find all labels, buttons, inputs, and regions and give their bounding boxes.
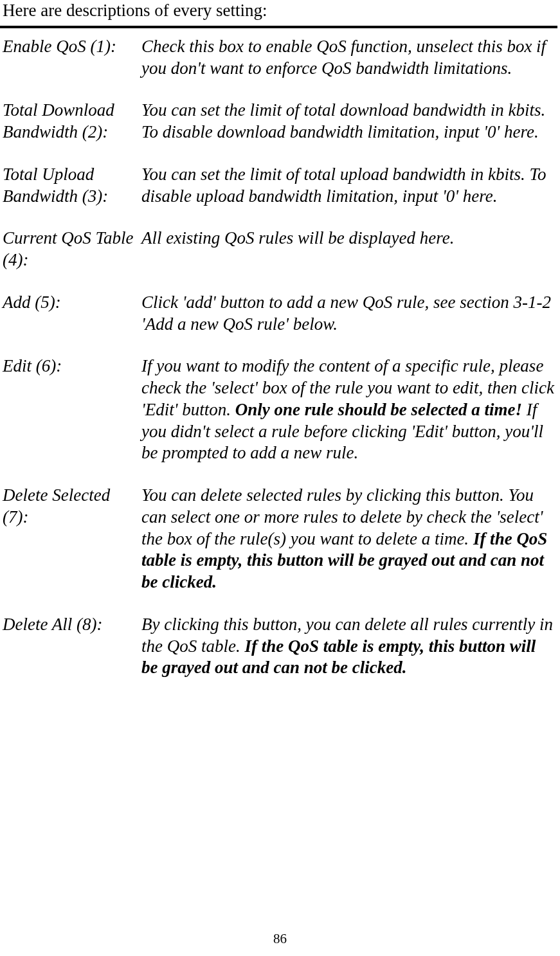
page-number: 86 — [0, 931, 560, 947]
desc-text: Click 'add' button to add a new QoS rule… — [141, 293, 551, 334]
definition-description: If you want to modify the content of a s… — [141, 356, 557, 464]
definition-row: Add (5): Click 'add' button to add a new… — [0, 292, 557, 336]
definition-row: Total Upload Bandwidth (3): You can set … — [0, 164, 557, 208]
desc-bold: Only one rule should be selected a time! — [235, 400, 522, 419]
definitions-list: Enable QoS (1): Check this box to enable… — [0, 36, 557, 679]
definition-description: You can delete selected rules by clickin… — [141, 485, 557, 593]
definition-description: Click 'add' button to add a new QoS rule… — [141, 292, 557, 336]
definition-row: Delete Selected (7): You can delete sele… — [0, 485, 557, 593]
definition-row: Enable QoS (1): Check this box to enable… — [0, 36, 557, 80]
desc-text: You can set the limit of total download … — [141, 100, 545, 141]
horizontal-rule — [0, 26, 557, 28]
definition-row: Delete All (8): By clicking this button,… — [0, 614, 557, 679]
definition-description: All existing QoS rules will be displayed… — [141, 228, 557, 271]
definition-term: Delete All (8): — [0, 614, 141, 679]
definition-row: Total Download Bandwidth (2): You can se… — [0, 100, 557, 143]
definition-description: You can set the limit of total upload ba… — [141, 164, 557, 208]
intro-text: Here are descriptions of every setting: — [0, 0, 557, 22]
desc-text: Check this box to enable QoS function, u… — [141, 37, 546, 78]
definition-row: Current QoS Table (4): All existing QoS … — [0, 228, 557, 271]
definition-description: You can set the limit of total download … — [141, 100, 557, 143]
definition-term: Enable QoS (1): — [0, 36, 141, 80]
definition-term: Total Upload Bandwidth (3): — [0, 164, 141, 208]
definition-term: Edit (6): — [0, 356, 141, 464]
definition-description: By clicking this button, you can delete … — [141, 614, 557, 679]
definition-row: Edit (6): If you want to modify the cont… — [0, 356, 557, 464]
definition-term: Add (5): — [0, 292, 141, 336]
desc-text: You can set the limit of total upload ba… — [141, 165, 546, 206]
definition-description: Check this box to enable QoS function, u… — [141, 36, 557, 80]
definition-term: Current QoS Table (4): — [0, 228, 141, 271]
desc-text: All existing QoS rules will be displayed… — [141, 228, 454, 248]
definition-term: Total Download Bandwidth (2): — [0, 100, 141, 143]
document-page: Here are descriptions of every setting: … — [0, 0, 560, 956]
definition-term: Delete Selected (7): — [0, 485, 141, 593]
